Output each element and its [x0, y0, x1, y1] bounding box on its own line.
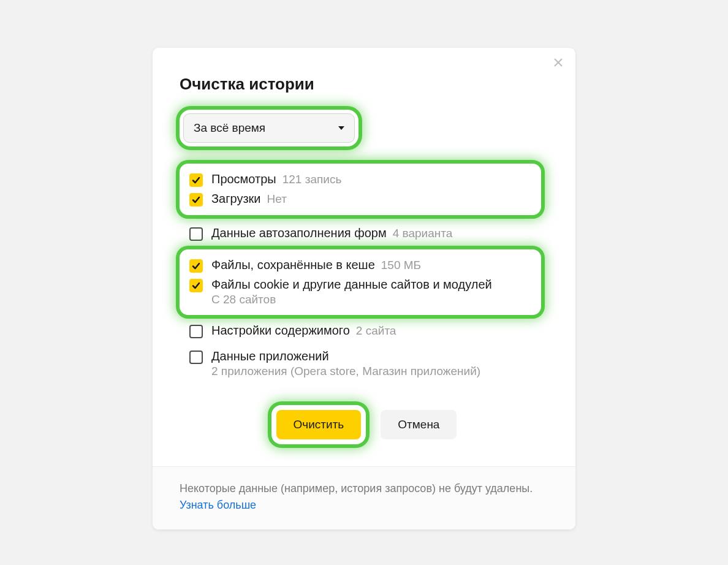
- close-button[interactable]: [552, 56, 564, 69]
- option-autofill[interactable]: Данные автозаполнения форм 4 варианта: [180, 221, 548, 243]
- learn-more-link[interactable]: Узнать больше: [180, 499, 256, 511]
- cancel-button[interactable]: Отмена: [381, 410, 457, 439]
- checkbox-autofill[interactable]: [189, 227, 203, 241]
- option-label: Файлы cookie и другие данные сайтов и мо…: [211, 278, 492, 292]
- time-range-value: За всё время: [194, 121, 265, 135]
- highlight-group-2: Файлы, сохранённые в кеше 150 МБ Файлы c…: [180, 249, 541, 315]
- option-sub: С 28 сайтов: [211, 293, 492, 306]
- check-icon: [192, 281, 200, 290]
- option-cache[interactable]: Файлы, сохранённые в кеше 150 МБ: [187, 256, 534, 275]
- check-icon: [192, 262, 200, 270]
- checkbox-cache[interactable]: [189, 259, 203, 273]
- check-icon: [192, 195, 200, 204]
- options-list: Просмотры 121 запись Загрузки Нет: [180, 164, 548, 381]
- close-icon: [553, 58, 563, 67]
- dialog-footer: Некоторые данные (например, история запр…: [153, 466, 575, 529]
- option-label: Данные приложений: [211, 349, 329, 363]
- option-hint: 2 сайта: [356, 324, 396, 338]
- time-range-highlight: За всё время: [180, 110, 358, 146]
- checkbox-cookies[interactable]: [189, 279, 203, 292]
- dialog-title: Очистка истории: [180, 75, 548, 94]
- chevron-down-icon: [338, 126, 344, 130]
- option-label: Просмотры: [211, 172, 276, 186]
- option-hint: Нет: [267, 192, 287, 206]
- dialog-buttons: Очистить Отмена: [180, 405, 548, 444]
- option-label: Загрузки: [211, 192, 261, 206]
- clear-history-dialog: Очистка истории За всё время Просмотры: [153, 48, 575, 529]
- option-label: Настройки содержимого: [211, 324, 350, 338]
- option-hint: 121 запись: [282, 173, 342, 186]
- option-label: Файлы, сохранённые в кеше: [211, 258, 375, 272]
- option-sub: 2 приложения (Opera store, Магазин прило…: [211, 365, 480, 378]
- checkbox-views[interactable]: [189, 173, 203, 187]
- check-icon: [192, 176, 200, 184]
- option-hint: 150 МБ: [381, 259, 421, 272]
- time-range-dropdown[interactable]: За всё время: [183, 113, 355, 143]
- option-hint: 4 варианта: [393, 227, 453, 240]
- option-cookies[interactable]: Файлы cookie и другие данные сайтов и мо…: [187, 275, 534, 309]
- footer-text: Некоторые данные (например, история запр…: [180, 482, 533, 495]
- option-downloads[interactable]: Загрузки Нет: [187, 189, 534, 209]
- clear-button-highlight: Очистить: [271, 405, 366, 444]
- highlight-group-1: Просмотры 121 запись Загрузки Нет: [180, 164, 541, 215]
- option-label: Данные автозаполнения форм: [211, 226, 387, 240]
- checkbox-app-data[interactable]: [189, 351, 203, 364]
- option-content-settings[interactable]: Настройки содержимого 2 сайта: [180, 321, 548, 341]
- option-app-data[interactable]: Данные приложений 2 приложения (Opera st…: [180, 347, 548, 381]
- clear-button[interactable]: Очистить: [276, 410, 362, 439]
- checkbox-content-settings[interactable]: [189, 325, 203, 338]
- option-views[interactable]: Просмотры 121 запись: [187, 170, 534, 189]
- checkbox-downloads[interactable]: [189, 193, 203, 207]
